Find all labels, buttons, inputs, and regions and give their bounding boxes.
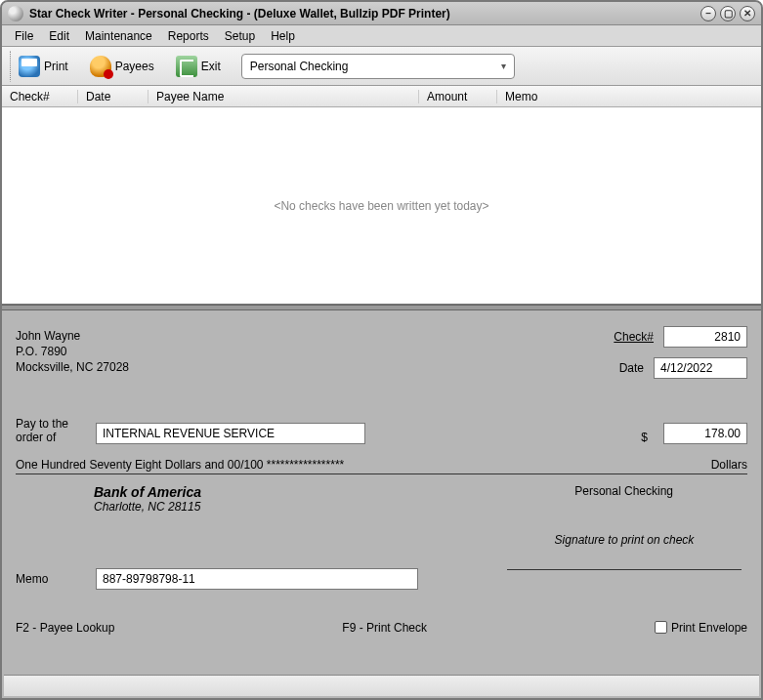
menu-setup[interactable]: Setup [220,27,260,45]
print-envelope-option[interactable]: Print Envelope [655,621,747,635]
amount-words: One Hundred Seventy Eight Dollars and 00… [16,458,344,472]
memo-input[interactable] [96,568,418,590]
date-label: Date [619,361,644,375]
exit-label: Exit [201,60,221,73]
window-title: Star Check Writer - Personal Checking - … [29,7,700,21]
menu-maintenance[interactable]: Maintenance [80,27,157,45]
grid-empty-text: <No checks have been written yet today> [274,199,488,213]
checkbox-icon [655,621,667,634]
statusbar [4,675,759,696]
door-icon [176,56,197,77]
check-panel: John Wayne P.O. 7890 Mocksville, NC 2702… [2,310,761,675]
titlebar: Star Check Writer - Personal Checking - … [2,2,761,25]
app-icon [8,6,23,21]
col-payee[interactable]: Payee Name [148,90,419,103]
check-number-label: Check# [614,330,654,344]
date-input[interactable] [654,357,747,379]
menu-reports[interactable]: Reports [163,27,214,45]
account-select-value: Personal Checking [250,60,349,73]
col-check[interactable]: Check# [2,90,78,103]
print-label: Print [44,60,68,73]
col-memo[interactable]: Memo [497,90,761,103]
print-envelope-label: Print Envelope [671,621,747,635]
minimize-button[interactable]: – [700,6,716,21]
print-button[interactable]: Print [10,51,77,82]
printer-icon [19,56,40,77]
col-date[interactable]: Date [78,90,148,103]
grid-body: <No checks have been written yet today> [2,107,761,305]
menu-file[interactable]: File [10,27,38,45]
payees-button[interactable]: Payees [81,51,163,82]
hint-f2: F2 - Payee Lookup [16,621,114,635]
maximize-button[interactable]: ▢ [720,6,736,21]
dollars-label: Dollars [711,458,747,472]
close-button[interactable]: ✕ [740,6,755,21]
col-amount[interactable]: Amount [419,90,497,103]
payee-input[interactable] [96,423,365,444]
menubar: File Edit Maintenance Reports Setup Help [2,25,761,47]
account-name-label: Personal Checking [574,484,673,498]
signature-label: Signature to print on check [507,533,742,547]
app-window: Star Check Writer - Personal Checking - … [0,0,763,700]
people-icon [90,56,111,77]
payto-label-2: order of [16,431,86,444]
payees-label: Payees [115,60,154,73]
toolbar: Print Payees Exit Personal Checking ▾ [2,47,761,86]
menu-edit[interactable]: Edit [44,27,74,45]
grid-header: Check# Date Payee Name Amount Memo [2,86,761,107]
signature-line [507,551,742,570]
dollar-sign: $ [641,431,648,444]
hint-f9: F9 - Print Check [342,621,427,635]
menu-help[interactable]: Help [266,27,300,45]
check-number-input[interactable] [663,326,747,348]
payto-label-1: Pay to the [16,417,86,431]
account-select[interactable]: Personal Checking ▾ [241,54,515,79]
memo-label: Memo [16,572,86,586]
bank-city: Charlotte, NC 28115 [94,500,747,514]
chevron-down-icon: ▾ [501,61,506,71]
amount-input[interactable] [663,423,747,444]
exit-button[interactable]: Exit [167,51,230,82]
